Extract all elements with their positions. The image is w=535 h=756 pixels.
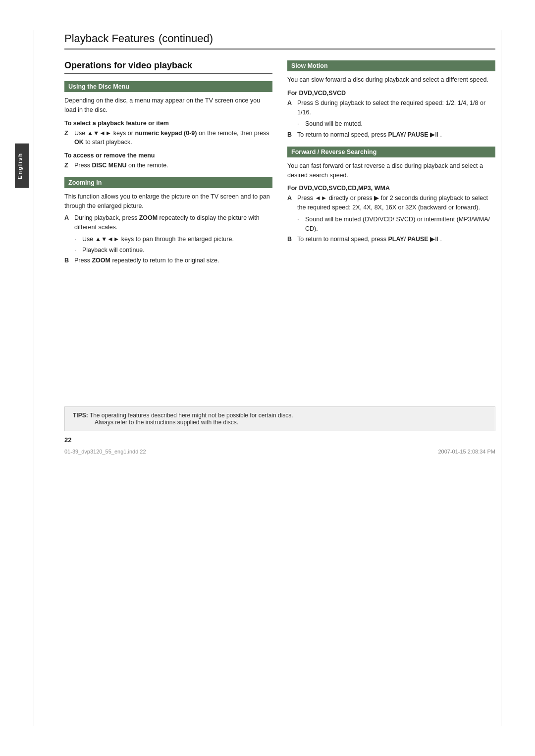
marker-sm-a: A: [287, 99, 294, 117]
zoom-item-a: A During playback, press ZOOM repeatedly…: [64, 213, 272, 232]
slow-motion-intro: You can slow forward a disc during playb…: [287, 75, 495, 85]
page-title: Playback Features (continued): [64, 30, 495, 50]
sub-heading-access: To access or remove the menu: [64, 152, 272, 159]
marker-z2: Z: [64, 161, 71, 170]
footer-right: 2007-01-15 2:08:34 PM: [438, 449, 495, 454]
disc-menu-item-z1: Z Use ▲▼◄► keys or numeric keypad (0-9) …: [64, 129, 272, 148]
zoom-heading: Zooming in: [64, 177, 272, 188]
sidebar-label: English: [15, 144, 29, 188]
slow-motion-item-b: B To return to normal speed, press PLAY/…: [287, 130, 495, 140]
zoom-item-b: B Press ZOOM repeatedly to return to the…: [64, 256, 272, 265]
bottom-section: TIPS: The operating features described h…: [64, 406, 495, 454]
right-column: Slow Motion You can slow forward a disc …: [287, 60, 495, 268]
forward-reverse-sub-a1: · Sound will be muted (DVD/VCD/ SVCD) or…: [297, 215, 495, 234]
left-column: Operations for video playback Using the …: [64, 60, 272, 268]
tips-line1: The operating features described here mi…: [90, 412, 293, 419]
zoom-sub-a1: · Use ▲▼◄► keys to pan through the enlar…: [74, 235, 272, 244]
sub-heading-select: To select a playback feature or item: [64, 120, 272, 127]
forward-reverse-item-a: A Press ◄► directly or press ▶ for 2 sec…: [287, 194, 495, 212]
marker-fr-b: B: [287, 235, 294, 244]
footer-line: 01-39_dvp3120_55_eng1.indd 22 2007-01-15…: [64, 449, 495, 454]
disc-menu-item-z2: Z Press DISC MENU on the remote.: [64, 161, 272, 170]
marker-z: Z: [64, 129, 71, 148]
marker-fr-a: A: [287, 194, 294, 212]
zoom-sub-a2: · Playback will continue.: [74, 246, 272, 255]
tips-line2: Always refer to the instructions supplie…: [95, 419, 238, 426]
forward-reverse-item-b: B To return to normal speed, press PLAY/…: [287, 235, 495, 244]
disc-menu-intro: Depending on the disc, a menu may appear…: [64, 96, 272, 115]
disc-menu-heading: Using the Disc Menu: [64, 81, 272, 92]
section-heading: Operations for video playback: [64, 60, 272, 74]
slow-motion-heading: Slow Motion: [287, 60, 495, 71]
edge-line-right: [501, 30, 501, 726]
page-number: 22: [64, 436, 495, 444]
slow-motion-dvd-heading: For DVD,VCD,SVCD: [287, 90, 495, 97]
zoom-intro: This function allows you to enlarge the …: [64, 192, 272, 211]
forward-reverse-intro: You can fast forward or fast reverse a d…: [287, 161, 495, 180]
forward-reverse-dvd-heading: For DVD,VCD,SVCD,CD,MP3, WMA: [287, 185, 495, 192]
forward-reverse-heading: Forward / Reverse Searching: [287, 147, 495, 157]
marker-sm-b: B: [287, 130, 294, 140]
slow-motion-sub-a1: · Sound will be muted.: [297, 119, 495, 129]
marker-a: A: [64, 213, 71, 232]
tips-box: TIPS: The operating features described h…: [64, 406, 495, 431]
footer-left: 01-39_dvp3120_55_eng1.indd 22: [64, 449, 146, 454]
tips-label: TIPS:: [73, 412, 88, 419]
page: English Playback Features (continued) Op…: [0, 0, 535, 756]
marker-b: B: [64, 256, 71, 265]
content-area: Operations for video playback Using the …: [64, 60, 495, 268]
slow-motion-item-a: A Press S during playback to select the …: [287, 99, 495, 117]
edge-line-left: [34, 30, 34, 726]
